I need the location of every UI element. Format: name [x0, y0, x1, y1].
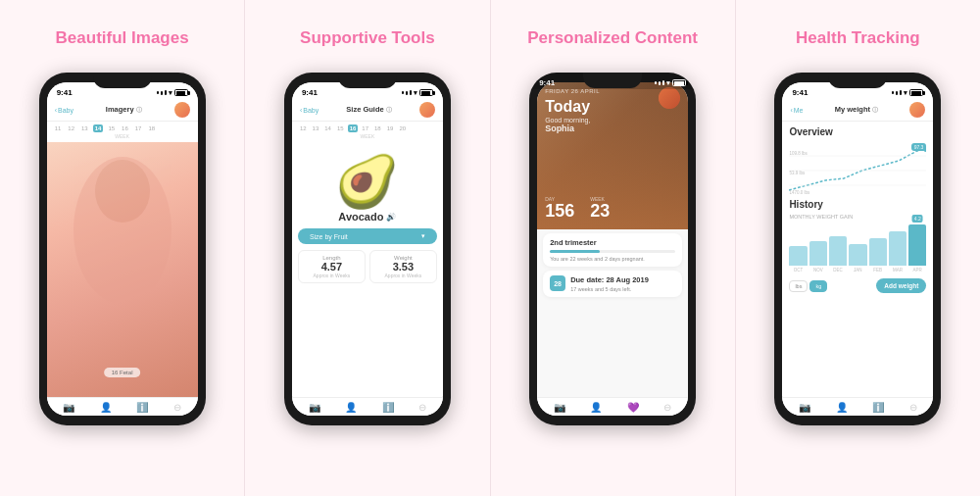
week-16[interactable]: 16 — [120, 124, 130, 132]
wk-12[interactable]: 12 — [298, 124, 309, 132]
signal-1 — [157, 91, 159, 94]
bottom-icon-minus-1[interactable]: ⊖ — [173, 402, 181, 413]
weight-bar-chart: OCT NOV DEC JAN — [789, 223, 926, 273]
trimester-card[interactable]: 2nd trimester You are 22 weeks and 2 day… — [543, 233, 682, 267]
phone-nav-4: ‹Me My weight ⓘ — [782, 99, 933, 122]
week-15[interactable]: 15 — [106, 124, 117, 132]
status-time-1: 9:41 — [57, 88, 73, 97]
bottom-icon-info-1[interactable]: ℹ️ — [136, 402, 148, 413]
nav-back-1[interactable]: ‹Baby — [55, 107, 74, 114]
today-content: 2nd trimester You are 22 weeks and 2 day… — [537, 229, 688, 397]
unit-toggle: lbs kg — [789, 280, 827, 292]
bottom-icon-camera-4[interactable]: 📷 — [799, 402, 810, 413]
signal-4-1 — [892, 91, 894, 94]
bottom-icon-info-4[interactable]: ℹ️ — [872, 402, 884, 413]
bottom-icon-camera-2[interactable]: 📷 — [309, 402, 320, 413]
svg-point-1 — [95, 160, 150, 223]
history-title: History — [789, 199, 926, 210]
status-icons-4: ▾ — [892, 89, 923, 97]
signal-3 — [165, 90, 167, 95]
phone-mockup-2: 9:41 ▾ ‹Baby Size Guide ⓘ — [284, 73, 451, 425]
bottom-icon-person-4[interactable]: 👤 — [836, 402, 848, 413]
weight-unit: Approx in Weeks — [374, 273, 432, 278]
week-12[interactable]: 12 — [66, 124, 76, 132]
week-11[interactable]: 11 — [53, 124, 64, 132]
status-time-4: 9:41 — [792, 88, 808, 97]
signal-2-3 — [410, 90, 412, 95]
bar-mar: MAR — [889, 231, 906, 273]
bottom-icon-camera-1[interactable]: 📷 — [63, 402, 74, 413]
phone-mockup-1: 9:41 ▾ ‹Baby Imagery ⓘ — [39, 73, 206, 425]
week-13[interactable]: 13 — [79, 124, 90, 132]
weight-stat-2: 53.9 lbs — [789, 171, 809, 175]
week-label-1: WEEK — [53, 133, 192, 139]
wk-13[interactable]: 13 — [311, 124, 321, 132]
bar-jan-label: JAN — [854, 268, 862, 273]
wk-20[interactable]: 20 — [397, 124, 408, 132]
week-value-today: 23 — [590, 202, 610, 220]
signal-4-2 — [896, 91, 898, 95]
phone-mockup-3: 9:41 ▾ FRIDAY 26 APRIL Today Good mornin… — [529, 73, 696, 425]
good-morning: Good morning, Sophia — [545, 117, 590, 133]
phone-notch-1 — [93, 73, 152, 88]
sound-icon[interactable]: 🔊 — [386, 213, 396, 222]
bottom-icon-heart-3[interactable]: 💜 — [627, 402, 639, 413]
bottom-icon-info-2[interactable]: ℹ️ — [382, 402, 394, 413]
signal-3-2 — [659, 82, 661, 85]
panel-health-tracking: Health Tracking 9:41 ▾ ‹Me My weight — [736, 0, 980, 496]
wk-17[interactable]: 17 — [360, 124, 370, 132]
current-weight-label: 97.3 — [911, 143, 927, 151]
week-17[interactable]: 17 — [133, 124, 144, 132]
wk-16-active[interactable]: 16 — [348, 124, 359, 132]
battery-3 — [672, 82, 686, 86]
nav-back-2[interactable]: ‹Baby — [300, 107, 318, 114]
phone-notch-4 — [828, 73, 887, 88]
bottom-icon-person-1[interactable]: 👤 — [100, 402, 112, 413]
nav-avatar-4 — [909, 102, 925, 118]
due-date-card[interactable]: 28 Due date: 28 Aug 2019 17 weeks and 5 … — [543, 271, 682, 297]
bottom-icon-camera-3[interactable]: 📷 — [554, 402, 565, 413]
bar-jan-fill — [849, 244, 866, 266]
panel-title-images: Beautiful Images — [56, 18, 189, 59]
bar-feb: FEB — [869, 238, 887, 273]
bottom-icon-person-2[interactable]: 👤 — [345, 402, 357, 413]
size-by-fruit-button[interactable]: Size by Fruit ▾ — [298, 228, 437, 244]
phone-nav-2: ‹Baby Size Guide ⓘ — [292, 99, 443, 122]
bottom-icon-person-3[interactable]: 👤 — [590, 402, 602, 413]
week-18[interactable]: 18 — [146, 124, 157, 132]
wk-14[interactable]: 14 — [322, 124, 333, 132]
week-row-1: 11 12 13 14 15 16 17 18 WEEK — [47, 122, 198, 142]
weight-stat: Weight 3.53 Approx in Weeks — [369, 250, 437, 283]
bar-apr: 4.2 APR — [908, 224, 926, 273]
due-date-sub: 17 weeks and 5 days left. — [570, 286, 649, 292]
overview-title: Overview — [789, 126, 926, 137]
lbs-button[interactable]: lbs — [789, 280, 808, 292]
wk-19[interactable]: 19 — [385, 124, 396, 132]
line-chart-svg — [789, 141, 926, 195]
week-14-active[interactable]: 14 — [93, 124, 104, 132]
signal-3-1 — [655, 82, 657, 84]
wifi-icon-3: ▾ — [666, 82, 670, 87]
bottom-icon-minus-3[interactable]: ⊖ — [663, 402, 671, 413]
today-header: FRIDAY 26 APRIL Today Good morning, Soph… — [537, 82, 688, 229]
bar-dec-label: DEC — [833, 268, 843, 273]
wifi-icon-4: ▾ — [904, 89, 907, 97]
bar-nov-label: NOV — [813, 268, 823, 273]
signal-3-3 — [662, 82, 664, 85]
wk-18[interactable]: 18 — [372, 124, 383, 132]
bar-oct-label: OCT — [794, 268, 804, 273]
bar-mar-label: MAR — [893, 268, 903, 273]
bottom-icon-minus-4[interactable]: ⊖ — [909, 402, 917, 413]
bottom-icon-minus-2[interactable]: ⊖ — [418, 402, 426, 413]
due-badge: 28 — [550, 275, 565, 291]
panel-title-tools: Supportive Tools — [300, 18, 435, 59]
status-time-3: 9:41 — [539, 82, 555, 87]
weight-stat-3: 1470.0 lbs — [789, 190, 809, 195]
panel-supportive-tools: Supportive Tools 9:41 ▾ ‹Baby Size G — [245, 0, 490, 496]
add-weight-button[interactable]: Add weight — [876, 278, 926, 293]
nav-back-4[interactable]: ‹Me — [790, 107, 803, 114]
week-row-2: 12 13 14 15 16 17 18 19 20 WEEK — [292, 122, 443, 142]
wk-15[interactable]: 15 — [335, 124, 346, 132]
kg-button[interactable]: kg — [809, 280, 827, 292]
phone-mockup-4: 9:41 ▾ ‹Me My weight ⓘ Over — [774, 73, 941, 425]
